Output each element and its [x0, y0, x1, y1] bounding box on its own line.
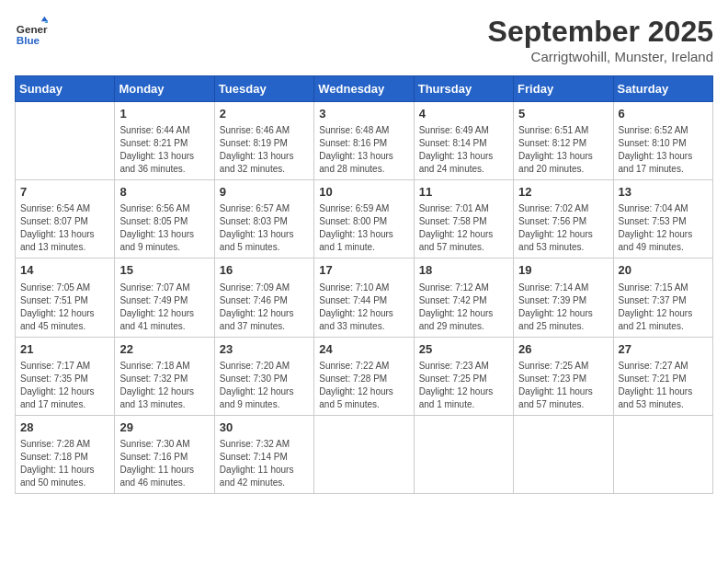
- day-number: 28: [20, 419, 109, 436]
- day-header: Friday: [514, 76, 613, 102]
- day-number: 5: [518, 106, 608, 122]
- day-number: 12: [518, 184, 608, 201]
- day-number: 23: [220, 341, 309, 358]
- day-info: Sunrise: 7:32 AM Sunset: 7:14 PM Dayligh…: [220, 438, 309, 489]
- calendar-week-row: 14Sunrise: 7:05 AM Sunset: 7:51 PM Dayli…: [16, 259, 713, 337]
- calendar-title: September 2025: [488, 15, 713, 49]
- days-header-row: SundayMondayTuesdayWednesdayThursdayFrid…: [16, 76, 713, 102]
- day-info: Sunrise: 7:05 AM Sunset: 7:51 PM Dayligh…: [20, 282, 109, 333]
- day-header: Tuesday: [214, 76, 313, 102]
- day-info: Sunrise: 7:07 AM Sunset: 7:49 PM Dayligh…: [119, 282, 209, 333]
- day-info: Sunrise: 7:01 AM Sunset: 7:58 PM Dayligh…: [419, 202, 508, 254]
- day-info: Sunrise: 7:02 AM Sunset: 7:56 PM Dayligh…: [518, 202, 608, 254]
- calendar-table: SundayMondayTuesdayWednesdayThursdayFrid…: [15, 75, 713, 494]
- day-info: Sunrise: 7:17 AM Sunset: 7:35 PM Dayligh…: [20, 360, 109, 411]
- day-info: Sunrise: 7:15 AM Sunset: 7:37 PM Dayligh…: [619, 282, 708, 333]
- day-info: Sunrise: 7:30 AM Sunset: 7:16 PM Dayligh…: [119, 438, 209, 489]
- day-number: 9: [220, 184, 309, 201]
- calendar-cell: 17Sunrise: 7:10 AM Sunset: 7:44 PM Dayli…: [314, 259, 414, 337]
- day-number: 15: [119, 262, 209, 279]
- calendar-cell: 2Sunrise: 6:46 AM Sunset: 8:19 PM Daylig…: [214, 102, 313, 180]
- day-number: 4: [419, 106, 508, 122]
- calendar-cell: 8Sunrise: 6:56 AM Sunset: 8:05 PM Daylig…: [115, 180, 214, 259]
- calendar-cell: 5Sunrise: 6:51 AM Sunset: 8:12 PM Daylig…: [514, 102, 613, 180]
- day-number: 6: [619, 106, 708, 122]
- logo: General Blue: [15, 15, 48, 48]
- calendar-week-row: 1Sunrise: 6:44 AM Sunset: 8:21 PM Daylig…: [16, 102, 713, 180]
- day-header: Sunday: [16, 76, 115, 102]
- calendar-cell: [314, 415, 414, 493]
- calendar-cell: 30Sunrise: 7:32 AM Sunset: 7:14 PM Dayli…: [214, 415, 313, 493]
- day-number: 16: [220, 262, 309, 279]
- calendar-cell: 9Sunrise: 6:57 AM Sunset: 8:03 PM Daylig…: [214, 180, 313, 259]
- day-number: 25: [419, 341, 508, 358]
- calendar-cell: 27Sunrise: 7:27 AM Sunset: 7:21 PM Dayli…: [613, 337, 712, 415]
- calendar-cell: 23Sunrise: 7:20 AM Sunset: 7:30 PM Dayli…: [214, 337, 313, 415]
- calendar-cell: 11Sunrise: 7:01 AM Sunset: 7:58 PM Dayli…: [414, 180, 513, 259]
- day-info: Sunrise: 6:44 AM Sunset: 8:21 PM Dayligh…: [119, 124, 209, 176]
- calendar-cell: [414, 415, 513, 493]
- calendar-cell: 21Sunrise: 7:17 AM Sunset: 7:35 PM Dayli…: [16, 337, 115, 415]
- calendar-cell: 1Sunrise: 6:44 AM Sunset: 8:21 PM Daylig…: [115, 102, 214, 180]
- day-info: Sunrise: 7:22 AM Sunset: 7:28 PM Dayligh…: [319, 360, 408, 411]
- calendar-cell: [16, 102, 115, 180]
- calendar-cell: 12Sunrise: 7:02 AM Sunset: 7:56 PM Dayli…: [514, 180, 613, 259]
- day-number: 17: [319, 262, 408, 279]
- calendar-cell: 26Sunrise: 7:25 AM Sunset: 7:23 PM Dayli…: [514, 337, 613, 415]
- day-number: 18: [419, 262, 508, 279]
- day-number: 11: [419, 184, 508, 201]
- calendar-week-row: 21Sunrise: 7:17 AM Sunset: 7:35 PM Dayli…: [16, 337, 713, 415]
- calendar-cell: [514, 415, 613, 493]
- title-block: September 2025 Carrigtwohill, Munster, I…: [488, 15, 713, 64]
- calendar-body: 1Sunrise: 6:44 AM Sunset: 8:21 PM Daylig…: [16, 102, 713, 494]
- day-number: 14: [20, 262, 109, 279]
- day-header: Monday: [115, 76, 214, 102]
- day-number: 29: [119, 419, 209, 436]
- day-info: Sunrise: 6:52 AM Sunset: 8:10 PM Dayligh…: [619, 124, 708, 176]
- day-number: 24: [319, 341, 408, 358]
- calendar-cell: 29Sunrise: 7:30 AM Sunset: 7:16 PM Dayli…: [115, 415, 214, 493]
- calendar-cell: 14Sunrise: 7:05 AM Sunset: 7:51 PM Dayli…: [16, 259, 115, 337]
- calendar-cell: 18Sunrise: 7:12 AM Sunset: 7:42 PM Dayli…: [414, 259, 513, 337]
- calendar-cell: 22Sunrise: 7:18 AM Sunset: 7:32 PM Dayli…: [115, 337, 214, 415]
- day-info: Sunrise: 6:46 AM Sunset: 8:19 PM Dayligh…: [220, 124, 309, 176]
- calendar-cell: 3Sunrise: 6:48 AM Sunset: 8:16 PM Daylig…: [314, 102, 414, 180]
- day-number: 19: [518, 262, 608, 279]
- svg-text:Blue: Blue: [17, 34, 40, 46]
- calendar-cell: 24Sunrise: 7:22 AM Sunset: 7:28 PM Dayli…: [314, 337, 414, 415]
- day-number: 27: [619, 341, 708, 358]
- calendar-week-row: 28Sunrise: 7:28 AM Sunset: 7:18 PM Dayli…: [16, 415, 713, 493]
- day-header: Wednesday: [314, 76, 414, 102]
- day-info: Sunrise: 7:28 AM Sunset: 7:18 PM Dayligh…: [20, 438, 109, 489]
- day-number: 30: [220, 419, 309, 436]
- day-info: Sunrise: 6:54 AM Sunset: 8:07 PM Dayligh…: [20, 202, 109, 254]
- day-info: Sunrise: 6:49 AM Sunset: 8:14 PM Dayligh…: [419, 124, 508, 176]
- day-info: Sunrise: 6:51 AM Sunset: 8:12 PM Dayligh…: [518, 124, 608, 176]
- day-info: Sunrise: 7:25 AM Sunset: 7:23 PM Dayligh…: [518, 360, 608, 411]
- day-info: Sunrise: 7:14 AM Sunset: 7:39 PM Dayligh…: [518, 282, 608, 333]
- calendar-cell: 6Sunrise: 6:52 AM Sunset: 8:10 PM Daylig…: [613, 102, 712, 180]
- page-header: General Blue September 2025 Carrigtwohil…: [15, 15, 713, 64]
- calendar-subtitle: Carrigtwohill, Munster, Ireland: [488, 49, 713, 64]
- day-info: Sunrise: 7:10 AM Sunset: 7:44 PM Dayligh…: [319, 282, 408, 333]
- day-info: Sunrise: 6:56 AM Sunset: 8:05 PM Dayligh…: [119, 202, 209, 254]
- day-info: Sunrise: 7:12 AM Sunset: 7:42 PM Dayligh…: [419, 282, 508, 333]
- calendar-cell: 7Sunrise: 6:54 AM Sunset: 8:07 PM Daylig…: [16, 180, 115, 259]
- day-number: 7: [20, 184, 109, 201]
- day-number: 1: [119, 106, 209, 122]
- day-number: 10: [319, 184, 408, 201]
- day-info: Sunrise: 6:59 AM Sunset: 8:00 PM Dayligh…: [319, 202, 408, 254]
- day-number: 22: [119, 341, 209, 358]
- day-header: Saturday: [613, 76, 712, 102]
- day-info: Sunrise: 7:18 AM Sunset: 7:32 PM Dayligh…: [119, 360, 209, 411]
- calendar-cell: [613, 415, 712, 493]
- day-number: 21: [20, 341, 109, 358]
- calendar-cell: 19Sunrise: 7:14 AM Sunset: 7:39 PM Dayli…: [514, 259, 613, 337]
- day-info: Sunrise: 7:20 AM Sunset: 7:30 PM Dayligh…: [220, 360, 309, 411]
- calendar-cell: 25Sunrise: 7:23 AM Sunset: 7:25 PM Dayli…: [414, 337, 513, 415]
- logo-icon: General Blue: [15, 15, 48, 48]
- day-info: Sunrise: 7:27 AM Sunset: 7:21 PM Dayligh…: [619, 360, 708, 411]
- day-info: Sunrise: 7:04 AM Sunset: 7:53 PM Dayligh…: [619, 202, 708, 254]
- calendar-week-row: 7Sunrise: 6:54 AM Sunset: 8:07 PM Daylig…: [16, 180, 713, 259]
- calendar-cell: 10Sunrise: 6:59 AM Sunset: 8:00 PM Dayli…: [314, 180, 414, 259]
